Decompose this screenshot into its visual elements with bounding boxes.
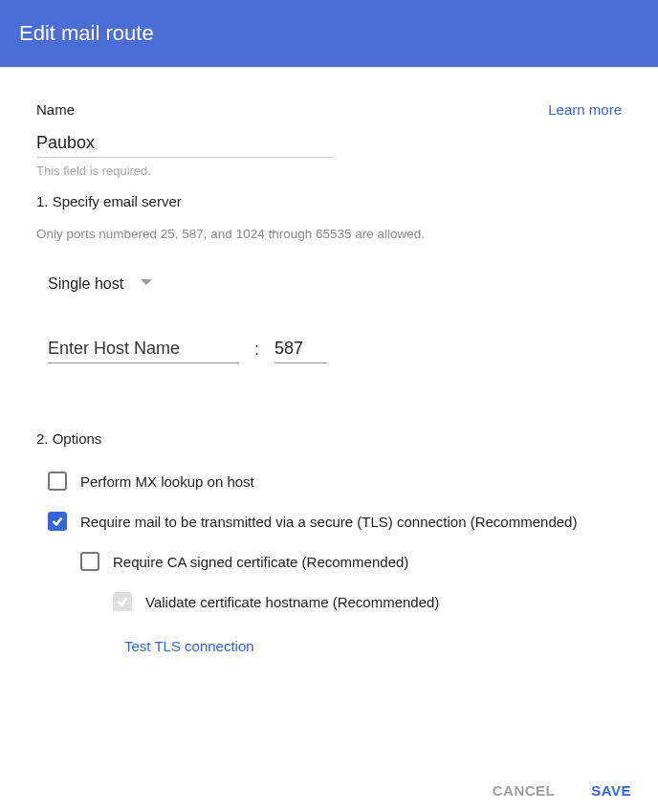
option-validate-hostname: Validate certificate hostname (Recommend… [113,592,622,611]
host-row: : [48,335,622,363]
host-port-separator: : [254,340,259,363]
option-require-tls: Require mail to be transmitted via a sec… [48,512,622,531]
name-label: Name [36,101,75,118]
host-name-input[interactable] [48,335,239,363]
option-label: Perform MX lookup on host [80,473,254,490]
port-input[interactable] [274,335,327,363]
save-button[interactable]: SAVE [591,782,631,799]
option-label: Require CA signed certificate (Recommend… [113,554,408,570]
checkbox-mx-lookup[interactable] [48,472,67,491]
host-type-dropdown[interactable]: Single host [48,275,152,293]
check-icon [116,595,129,608]
option-label: Validate certificate hostname (Recommend… [145,594,439,610]
dialog-header: Edit mail route [0,0,658,67]
checkbox-validate-hostname [113,592,132,611]
dialog-footer: CANCEL SAVE [493,782,631,799]
cancel-button[interactable]: CANCEL [493,782,556,799]
option-list: Perform MX lookup on host Require mail t… [48,472,622,655]
port-hint: Only ports numbered 25, 587, and 1024 th… [36,227,622,241]
check-icon [51,515,64,528]
learn-more-link[interactable]: Learn more [548,101,622,118]
required-hint: This field is required. [36,164,622,178]
dropdown-value: Single host [48,275,123,293]
option-label: Require mail to be transmitted via a sec… [80,514,577,530]
option-mx-lookup: Perform MX lookup on host [48,472,622,491]
chevron-down-icon [141,279,152,285]
name-input[interactable] [36,129,333,158]
dialog-content: Name Learn more This field is required. … [0,67,658,655]
option-ca-cert: Require CA signed certificate (Recommend… [80,552,622,571]
section1-title: 1. Specify email server [36,193,622,209]
dialog-title: Edit mail route [19,21,154,45]
test-tls-link[interactable]: Test TLS connection [124,638,254,654]
name-row: Name Learn more [36,101,622,118]
checkbox-ca-cert[interactable] [80,552,99,571]
checkbox-require-tls[interactable] [48,512,67,531]
section2-title: 2. Options [36,430,622,447]
